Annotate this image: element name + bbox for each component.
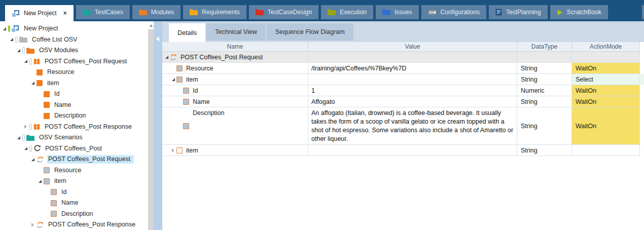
tree-item-name[interactable]: Name: [0, 198, 148, 209]
play-icon: [557, 9, 563, 16]
value-cell[interactable]: An affogato (Italian, drowned) is a coff…: [308, 107, 517, 144]
expander-open-icon[interactable]: [23, 146, 28, 151]
datatype-cell[interactable]: String: [517, 107, 572, 144]
tab-scratchbook[interactable]: ScratchBook: [550, 5, 608, 19]
tree-item-id[interactable]: Id: [0, 187, 148, 198]
actionmode-cell[interactable]: WaitOn: [572, 85, 640, 96]
name-cell[interactable]: Name: [162, 96, 308, 107]
datatype-cell[interactable]: String: [517, 145, 572, 156]
name-cell[interactable]: item: [162, 74, 308, 85]
tab-label: Configurations: [441, 9, 480, 16]
actionmode-cell[interactable]: WaitOn: [572, 96, 640, 107]
tree-item-item[interactable]: item: [0, 78, 148, 89]
tree-item-resource[interactable]: Resource: [0, 67, 148, 78]
datatype-cell[interactable]: [517, 52, 572, 62]
expander-closed-icon[interactable]: [23, 124, 28, 130]
tab-new-project[interactable]: New Project×: [5, 5, 74, 21]
view-tab-sequence-flow-diagram[interactable]: Sequence Flow Diagram: [267, 23, 353, 41]
expander-open-icon[interactable]: [170, 76, 176, 82]
tab-execution[interactable]: Execution: [321, 5, 373, 19]
tree-item-post-coffees-post-request[interactable]: POST Coffees_Post Request: [0, 56, 148, 67]
grid-row-resource[interactable]: Resource/training/api/Coffees/%7Bkey%7DS…: [162, 63, 640, 74]
actionmode-cell[interactable]: [572, 145, 640, 156]
scrollbar-up-button[interactable]: [148, 21, 154, 29]
expander-closed-icon[interactable]: [30, 222, 35, 227]
tree-item-label: Name: [60, 199, 82, 207]
tree-item-label: item: [46, 79, 63, 88]
value-cell[interactable]: [308, 74, 517, 85]
tab-testplanning[interactable]: TestPlanning: [489, 5, 548, 19]
name-cell[interactable]: item: [162, 145, 308, 156]
expander-open-icon[interactable]: [2, 26, 7, 31]
actionmode-cell[interactable]: [572, 52, 640, 62]
tab-requirements[interactable]: Requirements: [183, 5, 246, 19]
panel-splitter[interactable]: [154, 21, 162, 230]
expander-spacer: [44, 200, 50, 206]
value-cell[interactable]: 1: [308, 85, 517, 96]
collapse-panel-arrow-icon[interactable]: [156, 36, 159, 42]
grid-row-id[interactable]: Id1NumericWaitOn: [162, 85, 640, 96]
expander-open-icon[interactable]: [16, 48, 21, 53]
tree-item-resource[interactable]: Resource: [0, 165, 148, 176]
tree-item-name[interactable]: Name: [0, 100, 148, 111]
value-cell[interactable]: [308, 52, 517, 62]
expander-open-icon[interactable]: [37, 178, 43, 184]
project-tree-panel: New ProjectCoffee List OSVOSV ModulesPOS…: [0, 21, 148, 230]
value-cell[interactable]: [308, 145, 517, 156]
expander-open-icon[interactable]: [30, 157, 35, 162]
scenario-icon: [29, 145, 41, 152]
actionmode-cell[interactable]: WaitOn: [572, 107, 640, 144]
column-header-value: Value: [308, 42, 517, 51]
square-blue-icon: [51, 200, 57, 206]
tree-item-osv-scenarios[interactable]: OSV Scenarios: [0, 132, 148, 143]
tab-configurations[interactable]: Configurations: [421, 5, 486, 19]
value-cell[interactable]: Affogato: [308, 96, 517, 107]
grid-row-item[interactable]: itemString: [162, 145, 640, 156]
name-cell[interactable]: Id: [162, 85, 308, 96]
name-cell[interactable]: Resource: [162, 63, 308, 73]
tab-modules[interactable]: Modules: [132, 5, 181, 19]
view-tab-details[interactable]: Details: [169, 23, 205, 42]
datatype-cell[interactable]: String: [517, 96, 572, 107]
close-tab-icon[interactable]: ×: [63, 10, 67, 17]
datatype-cell[interactable]: Numeric: [517, 85, 572, 96]
tree-item-description[interactable]: Description: [0, 110, 148, 122]
value-cell[interactable]: /training/api/Coffees/%7Bkey%7D: [308, 63, 517, 73]
expander-open-icon[interactable]: [30, 81, 35, 86]
tree-item-description[interactable]: Description: [0, 209, 148, 220]
expander-open-icon[interactable]: [23, 59, 28, 64]
tab-issues[interactable]: Issues: [376, 5, 419, 19]
tree-item-post-coffees-post[interactable]: POST Coffees_Post: [0, 143, 148, 155]
tree-item-post-coffees-post-request[interactable]: POST Coffees_Post Request: [0, 154, 148, 165]
scrollbar-thumb[interactable]: [148, 29, 154, 230]
grid-row-description[interactable]: DescriptionAn affogato (Italian, drowned…: [162, 107, 640, 145]
expander-open-icon[interactable]: [9, 37, 14, 43]
tab-testcases[interactable]: TestCases: [76, 5, 130, 19]
actionmode-cell[interactable]: WaitOn: [572, 63, 640, 73]
tab-testcasedesign[interactable]: TestCaseDesign: [249, 5, 318, 19]
datatype-cell[interactable]: String: [517, 74, 572, 85]
tree-scrollbar[interactable]: [148, 21, 154, 230]
name-cell[interactable]: Description: [162, 107, 308, 144]
grid-row-post-coffees-post-request[interactable]: POST Coffees_Post Request: [162, 52, 640, 63]
view-tab-technical-view[interactable]: Technical View: [206, 23, 265, 41]
grid-row-name[interactable]: NameAffogatoStringWaitOn: [162, 96, 640, 107]
square-blue-icon: [44, 167, 50, 173]
grid-row-item[interactable]: itemStringSelect: [162, 74, 640, 85]
tree-item-coffee-list-osv[interactable]: Coffee List OSV: [0, 34, 148, 46]
tab-label: TestCases: [95, 9, 123, 16]
tree-item-post-coffees-post-response[interactable]: POST Coffees_Post Response: [0, 219, 148, 230]
view-tab-label: Technical View: [215, 28, 257, 35]
expander-closed-icon[interactable]: [170, 147, 176, 153]
actionmode-cell[interactable]: Select: [572, 74, 640, 85]
tree-item-post-coffees-post-response[interactable]: POST Coffees_Post Response: [0, 122, 148, 133]
tree-item-id[interactable]: Id: [0, 89, 148, 100]
expander-open-icon[interactable]: [16, 135, 21, 140]
tree-item-osv-modules[interactable]: OSV Modules: [0, 45, 148, 56]
tree-item-item[interactable]: item: [0, 176, 148, 187]
expander-open-icon[interactable]: [164, 54, 169, 60]
folder-icon: [83, 9, 91, 15]
tree-item-new-project[interactable]: New Project: [0, 23, 148, 34]
datatype-cell[interactable]: String: [517, 63, 572, 73]
name-cell[interactable]: POST Coffees_Post Request: [162, 52, 308, 62]
